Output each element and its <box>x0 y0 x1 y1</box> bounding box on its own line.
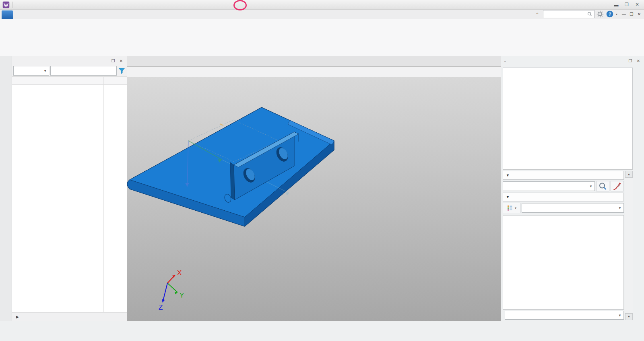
triangle-down-icon: ▼ <box>506 173 510 177</box>
title-bar: ▬ ❐ ✕ <box>0 0 644 10</box>
tree-search-input[interactable] <box>50 66 117 76</box>
ribbon-tab-bar: ⌃ ? ▾ — ❐ ✕ <box>0 10 644 19</box>
filter-funnel-icon[interactable] <box>118 66 126 76</box>
view-mode-dropdown[interactable]: ▾ <box>503 203 520 213</box>
filelist-section-header[interactable]: ▼ <box>503 193 624 201</box>
document-window-controls: — ❐ ✕ <box>621 12 642 16</box>
chevron-down-icon: ▼ <box>589 185 592 188</box>
panel-close-icon[interactable]: ✕ <box>635 58 642 64</box>
folder-tree <box>503 68 633 170</box>
close-button[interactable]: ✕ <box>633 1 642 8</box>
manager-filter-toolbar: ▼ <box>12 65 127 76</box>
main-area: ❐ ✕ ▼ ▶ <box>0 56 644 321</box>
restore-button[interactable]: ❐ <box>622 1 631 8</box>
ribbon-tab-file[interactable] <box>2 10 13 19</box>
axis-z-label: Z <box>159 304 163 311</box>
triangle-down-icon: ▼ <box>506 195 510 199</box>
viewport-toolbar <box>127 67 501 77</box>
scroll-track[interactable] <box>625 178 633 313</box>
search-icon <box>587 11 592 17</box>
browser-side-tab-strip <box>633 65 644 321</box>
doc-close-button[interactable]: ✕ <box>636 12 642 16</box>
panel-collapse-icon[interactable]: ⌄ <box>504 59 507 63</box>
object-list-combo[interactable]: ▼ <box>505 311 624 320</box>
file-browser-body: ▼ ▼ <box>501 65 644 321</box>
replay-bar[interactable]: ▶ <box>12 312 127 321</box>
manager-panel: ❐ ✕ ▼ ▶ <box>12 56 127 321</box>
axis-x-label: X <box>177 269 182 277</box>
view-mode-grid-icon <box>507 205 513 211</box>
object-list-row: ▼ <box>503 310 624 320</box>
manager-panel-header: ❐ ✕ <box>12 56 127 65</box>
chevron-right-icon: ▶ <box>16 315 19 319</box>
file-list-area[interactable] <box>503 215 624 310</box>
file-browser-header: ⌄ ❐ ✕ <box>501 56 644 65</box>
panel-restore-icon[interactable]: ❐ <box>110 58 116 64</box>
document-area: X Y Z <box>127 56 501 321</box>
file-browser-content: ▼ ▼ <box>501 65 633 321</box>
document-tab-bar <box>127 56 501 67</box>
search-section-header[interactable]: ▼ <box>503 171 624 180</box>
tree-filter-combo[interactable]: ▼ <box>13 66 49 76</box>
coordinate-triad: X Y Z <box>143 263 196 315</box>
file-browser-panel: ⌄ ❐ ✕ ▼ <box>501 56 644 321</box>
axis-y-label: Y <box>180 292 184 299</box>
zw3d-application-window: ▬ ❐ ✕ ⌃ ? ▾ — ❐ ✕ <box>0 0 644 341</box>
ribbon-right-controls: ⌃ ? ▾ — ❐ ✕ <box>533 10 642 18</box>
browser-scrollbar: ▲ ▼ <box>625 171 633 320</box>
browser-sections: ▼ ▼ <box>503 171 633 320</box>
viewport-3d[interactable]: X Y Z <box>127 77 501 321</box>
panel-close-icon[interactable]: ✕ <box>118 58 124 64</box>
panel-restore-icon[interactable]: ❐ <box>627 58 634 64</box>
feature-tree-column-header <box>12 76 127 85</box>
scroll-down-button[interactable]: ▼ <box>625 313 633 320</box>
status-bar <box>0 321 644 341</box>
ribbon-collapse-icon[interactable]: ⌃ <box>533 10 541 18</box>
feature-tree <box>12 85 127 312</box>
scroll-up-button[interactable]: ▲ <box>625 171 633 178</box>
file-search-combo[interactable]: ▼ <box>503 181 595 191</box>
help-dropdown-icon[interactable]: ▾ <box>616 12 617 16</box>
command-search-input[interactable] <box>545 11 587 17</box>
minimize-button[interactable]: ▬ <box>612 1 621 8</box>
window-title <box>0 0 644 10</box>
chevron-down-icon: ▼ <box>618 314 621 317</box>
chevron-down-icon: ▾ <box>515 206 516 210</box>
filelist-filter-row: ▾ ▼ <box>503 201 624 214</box>
command-search-box[interactable] <box>543 10 594 18</box>
chevron-down-icon: ▼ <box>43 69 47 73</box>
window-controls: ▬ ❐ ✕ <box>612 1 642 8</box>
advanced-search-tool-button[interactable] <box>611 181 624 191</box>
left-panel-tab-strip <box>0 56 12 321</box>
filetype-filter-combo[interactable]: ▼ <box>522 203 624 213</box>
settings-gear-icon[interactable] <box>596 10 604 18</box>
chevron-down-icon: ▼ <box>618 206 621 210</box>
svg-text:?: ? <box>609 12 611 16</box>
doc-minimize-button[interactable]: — <box>621 12 627 16</box>
status-bar-row <box>1 323 643 334</box>
doc-restore-button[interactable]: ❐ <box>628 12 635 16</box>
search-go-button[interactable] <box>596 181 609 191</box>
help-icon[interactable]: ? <box>606 10 614 18</box>
ribbon-toolbar <box>0 19 644 56</box>
search-row: ▼ <box>503 180 624 193</box>
